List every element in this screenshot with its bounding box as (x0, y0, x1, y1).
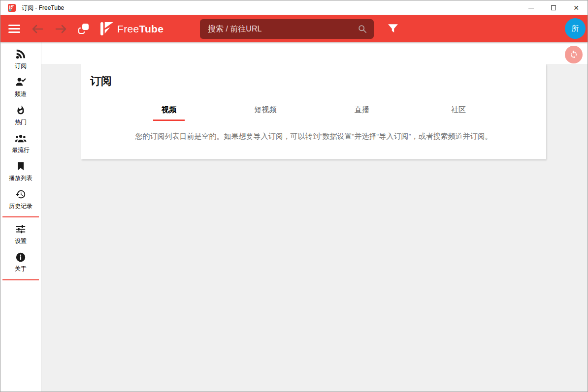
freetube-wordmark: FreeTube (117, 23, 163, 35)
bookmark-icon (16, 161, 25, 172)
top-bar: FreeTube 所 (0, 15, 588, 42)
search-input[interactable] (200, 25, 358, 33)
freetube-logo-icon (100, 22, 114, 36)
minimize-icon (528, 8, 534, 8)
tab-community[interactable]: 社区 (410, 105, 507, 121)
sidebar: 订阅 频道 热门 最流行 (0, 42, 41, 392)
sidebar-item-most-popular[interactable]: 最流行 (0, 129, 41, 157)
tab-videos[interactable]: 视频 (121, 105, 217, 121)
freetube-window: { "window": { "title": "订阅 - FreeTube", … (0, 0, 588, 392)
maximize-icon (551, 5, 556, 10)
filter-icon[interactable] (388, 23, 399, 35)
main-column: 订阅 视频 短视频 直播 社区 (41, 42, 588, 392)
titlebar: 订阅 - FreeTube ✕ (0, 0, 588, 15)
freetube-logo[interactable]: FreeTube (100, 22, 163, 36)
refresh-button[interactable] (565, 46, 583, 63)
hamburger-icon[interactable] (8, 25, 20, 33)
window-title: 订阅 - FreeTube (22, 4, 64, 12)
sidebar-label: 设置 (15, 237, 27, 245)
sidebar-item-subscriptions[interactable]: 订阅 (0, 45, 41, 73)
back-button[interactable] (31, 23, 44, 35)
app-logo-icon (8, 4, 16, 12)
minimize-button[interactable] (520, 0, 542, 15)
fire-icon (16, 105, 26, 116)
page-title: 订阅 (81, 64, 546, 89)
sidebar-label: 热门 (15, 118, 27, 126)
user-check-icon (15, 77, 26, 88)
new-window-button[interactable] (78, 24, 89, 34)
history-icon (15, 189, 26, 200)
sidebar-label: 关于 (15, 265, 27, 273)
users-icon (15, 133, 27, 144)
sidebar-divider (2, 279, 39, 280)
profile-initial: 所 (572, 24, 579, 33)
sidebar-label: 最流行 (12, 146, 30, 154)
subheader-bar (41, 42, 588, 64)
empty-state-message: 您的订阅列表目前是空的。如果想要导入订阅，可以转到“数据设置”并选择“导入订阅”… (81, 132, 546, 141)
info-icon (16, 252, 26, 262)
forward-button[interactable] (55, 23, 67, 35)
maximize-button[interactable] (542, 0, 565, 15)
sidebar-label: 历史记录 (9, 202, 33, 211)
tab-shorts[interactable]: 短视频 (217, 105, 314, 121)
sidebar-item-trending[interactable]: 热门 (0, 101, 41, 129)
window-controls: ✕ (520, 0, 588, 15)
magnifier-icon[interactable] (358, 25, 367, 33)
sidebar-item-settings[interactable]: 设置 (0, 220, 41, 248)
sidebar-item-history[interactable]: 历史记录 (0, 185, 41, 213)
sidebar-label: 频道 (15, 90, 27, 98)
rss-icon (15, 49, 26, 60)
content-area: 订阅 视频 短视频 直播 社区 (41, 64, 588, 392)
arrow-back-icon (32, 25, 43, 33)
sidebar-item-channels[interactable]: 频道 (0, 73, 41, 101)
tab-live[interactable]: 直播 (314, 105, 410, 121)
close-icon: ✕ (573, 4, 579, 11)
arrow-forward-icon (55, 25, 67, 33)
refresh-icon (569, 50, 578, 59)
subscriptions-card: 订阅 视频 短视频 直播 社区 (81, 64, 546, 159)
subscription-tabs: 视频 短视频 直播 社区 (121, 105, 507, 121)
sidebar-item-about[interactable]: 关于 (0, 248, 41, 276)
active-tab-underline (153, 120, 185, 121)
sidebar-label: 订阅 (15, 62, 27, 70)
sidebar-label: 播放列表 (9, 174, 33, 182)
sliders-icon (15, 224, 26, 235)
close-button[interactable]: ✕ (565, 0, 588, 15)
sidebar-item-playlists[interactable]: 播放列表 (0, 157, 41, 185)
sidebar-divider (2, 216, 39, 217)
search-bar (200, 19, 374, 39)
profile-button[interactable]: 所 (565, 18, 586, 39)
